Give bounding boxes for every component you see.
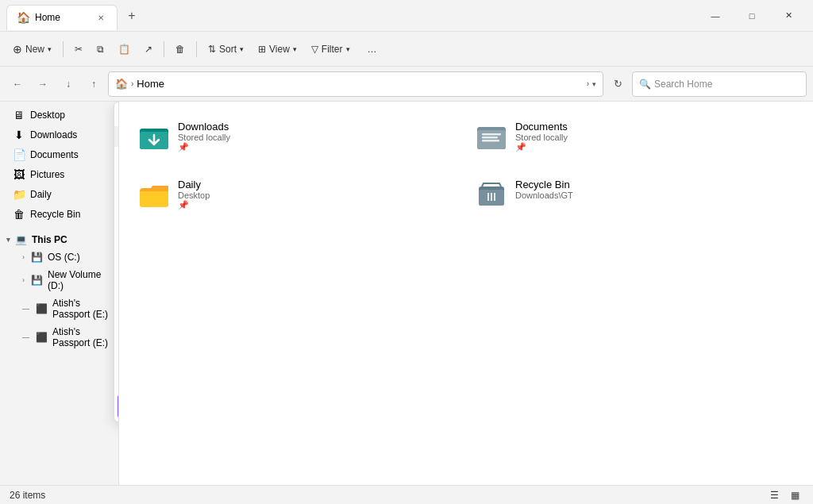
- forward-button[interactable]: →: [32, 73, 54, 95]
- cut-icon: ✂: [75, 44, 83, 55]
- more-icon: …: [368, 44, 377, 55]
- svg-rect-5: [482, 137, 498, 139]
- dd-item-recyclebin[interactable]: ⚙ Recycle Bin: [118, 394, 119, 418]
- recent-locations-button[interactable]: ↓: [57, 73, 79, 95]
- home-tab[interactable]: 🏠 Home ✕: [6, 5, 118, 30]
- dd-item-videos[interactable]: 🎬 Videos: [114, 271, 119, 291]
- address-bar: ← → ↓ ↑ 🏠 › Home › ▾ ↻ 🔍 Search Home: [0, 67, 813, 102]
- view-button[interactable]: ⊞ View ▾: [252, 37, 303, 62]
- dd-item-downloads[interactable]: ⬇ Downloads: [114, 209, 119, 229]
- sidebar-item-label-downloads: Downloads: [30, 129, 77, 140]
- sidebar-item-label-recyclebin: Recycle Bin: [30, 209, 80, 220]
- sidebar-item-downloads[interactable]: ⬇ Downloads: [3, 125, 115, 144]
- title-bar: 🏠 Home ✕ + — □ ✕: [0, 0, 813, 32]
- address-box[interactable]: 🏠 › Home › ▾: [108, 71, 603, 97]
- address-dropdown-arrow[interactable]: ▾: [592, 80, 596, 88]
- dd-item-user[interactable]: 👤 Atish Rajasekharan: [114, 147, 119, 167]
- paste-button[interactable]: 📋: [112, 37, 137, 62]
- search-icon: 🔍: [639, 79, 651, 90]
- folder-documents-sub: Stored locally: [515, 133, 568, 142]
- dd-item-documents[interactable]: 📄 Documents: [114, 188, 119, 209]
- copy-icon: ⧉: [97, 44, 104, 55]
- filter-icon: ▽: [311, 44, 318, 55]
- toolbar: ⊕ New ▾ ✂ ⧉ 📋 ↗ 🗑 ⇅ Sort ▾ ⊞ View ▾ ▽ Fi…: [0, 32, 813, 67]
- folder-documents-icon: [476, 121, 507, 160]
- delete-button[interactable]: 🗑: [169, 37, 191, 62]
- back-button[interactable]: ←: [6, 73, 29, 95]
- grid-view-button[interactable]: ▦: [786, 487, 803, 504]
- address-text: Home: [137, 78, 583, 90]
- dd-item-passport[interactable]: ⬛ Atish's Passport (E:): [114, 333, 119, 353]
- folder-recyclebin-icon: [476, 179, 507, 217]
- folder-item-downloads[interactable]: Downloads Stored locally 📌: [132, 114, 463, 166]
- folder-downloads-info: Downloads Stored locally 📌: [178, 121, 230, 152]
- dd-item-desktop2[interactable]: 🖥 Desktop: [114, 167, 119, 188]
- sidebar-this-pc[interactable]: ▾ 💻 This PC: [0, 231, 118, 248]
- dd-item-desktop[interactable]: 🖥 Desktop: [114, 106, 119, 126]
- sort-button[interactable]: ⇅ Sort ▾: [202, 37, 250, 62]
- address-home-chevron[interactable]: ›: [131, 79, 133, 88]
- close-button[interactable]: ✕: [770, 3, 807, 29]
- folder-daily-name: Daily: [178, 179, 210, 190]
- new-button[interactable]: ⊕ New ▾: [6, 37, 58, 62]
- folder-recyclebin-name: Recycle Bin: [515, 179, 573, 190]
- more-button[interactable]: …: [361, 37, 383, 62]
- sidebar-item-desktop[interactable]: 🖥 Desktop: [3, 106, 115, 125]
- sidebar-drive-d[interactable]: › 💾 New Volume (D:): [0, 266, 118, 294]
- new-label: New: [25, 44, 44, 55]
- expand-d-icon: ›: [22, 276, 25, 284]
- folder-item-daily[interactable]: Daily Desktop 📌: [132, 172, 463, 224]
- paste-icon: 📋: [118, 44, 130, 55]
- main-layout: 🖥 Desktop ⬇ Downloads 📄 Documents 🖼 Pict…: [0, 102, 813, 485]
- refresh-button[interactable]: ↻: [607, 73, 629, 95]
- sidebar-item-daily[interactable]: 📁 Daily: [3, 185, 115, 204]
- dd-item-music[interactable]: 🎵 Music: [114, 229, 119, 250]
- search-placeholder: Search Home: [654, 79, 712, 90]
- share-button[interactable]: ↗: [138, 37, 159, 62]
- search-box[interactable]: 🔍 Search Home: [632, 71, 807, 97]
- dd-item-home[interactable]: 🏠 Home: [114, 126, 119, 147]
- tab-area: 🏠 Home ✕ +: [6, 0, 697, 31]
- new-tab-button[interactable]: +: [121, 5, 143, 27]
- maximize-button[interactable]: □: [734, 3, 770, 29]
- close-tab-button[interactable]: ✕: [94, 11, 107, 24]
- drive-d-label: New Volume (D:): [48, 269, 115, 291]
- minimize-button[interactable]: —: [697, 3, 734, 29]
- folder-daily-info: Daily Desktop 📌: [178, 179, 210, 210]
- downloads-icon: ⬇: [13, 129, 25, 141]
- recyclebin-icon: 🗑: [13, 208, 25, 221]
- folder-documents-info: Documents Stored locally 📌: [515, 121, 568, 152]
- filter-chevron-icon: ▾: [346, 45, 350, 53]
- status-view-controls: ☰ ▦: [765, 487, 803, 504]
- dd-item-pictures[interactable]: 🖼 Pictures: [114, 250, 119, 271]
- dd-item-libraries[interactable]: 📚 Libraries: [114, 312, 119, 333]
- drive-e2-icon: ⬛: [36, 332, 48, 343]
- dropdown-menu: 🖥 Desktop 🏠 Home 👤 Atish Rajasekharan 🖥 …: [114, 102, 119, 422]
- sidebar-item-pictures[interactable]: 🖼 Pictures: [3, 165, 115, 184]
- up-button[interactable]: ↑: [83, 73, 105, 95]
- status-bar: 26 items ☰ ▦: [0, 485, 813, 504]
- sidebar-drive-c[interactable]: › 💾 OS (C:): [0, 248, 118, 266]
- copy-button[interactable]: ⧉: [91, 37, 110, 62]
- sidebar-drive-e1[interactable]: — ⬛ Atish's Passport (E:): [0, 294, 118, 323]
- sidebar-item-label-daily: Daily: [30, 189, 52, 200]
- folder-downloads-sub: Stored locally: [178, 133, 230, 142]
- dd-item-controlpanel[interactable]: 🔧 Control Panel: [114, 374, 119, 394]
- view-label: View: [269, 44, 290, 55]
- filter-button[interactable]: ▽ Filter ▾: [305, 37, 356, 62]
- folder-item-documents[interactable]: Documents Stored locally 📌: [469, 114, 800, 166]
- folder-item-recyclebin[interactable]: Recycle Bin Downloads\GT: [469, 172, 800, 224]
- folder-recyclebin-info: Recycle Bin Downloads\GT: [515, 179, 573, 200]
- cut-button[interactable]: ✂: [68, 37, 89, 62]
- sidebar-item-documents[interactable]: 📄 Documents: [3, 145, 115, 164]
- sidebar-drive-e2[interactable]: — ⬛ Atish's Passport (E:): [0, 323, 118, 352]
- sort-label: Sort: [219, 44, 237, 55]
- expand-e1-icon: —: [22, 305, 29, 313]
- dd-item-network[interactable]: 🌐 Network: [114, 353, 119, 374]
- list-view-button[interactable]: ☰: [765, 487, 783, 504]
- this-pc-expand-icon: ▾: [6, 236, 10, 244]
- dd-item-thispc[interactable]: 💻 This PC: [114, 291, 119, 312]
- svg-rect-6: [482, 140, 499, 142]
- daily-icon: 📁: [13, 188, 25, 201]
- sidebar-item-recyclebin[interactable]: 🗑 Recycle Bin: [3, 205, 115, 224]
